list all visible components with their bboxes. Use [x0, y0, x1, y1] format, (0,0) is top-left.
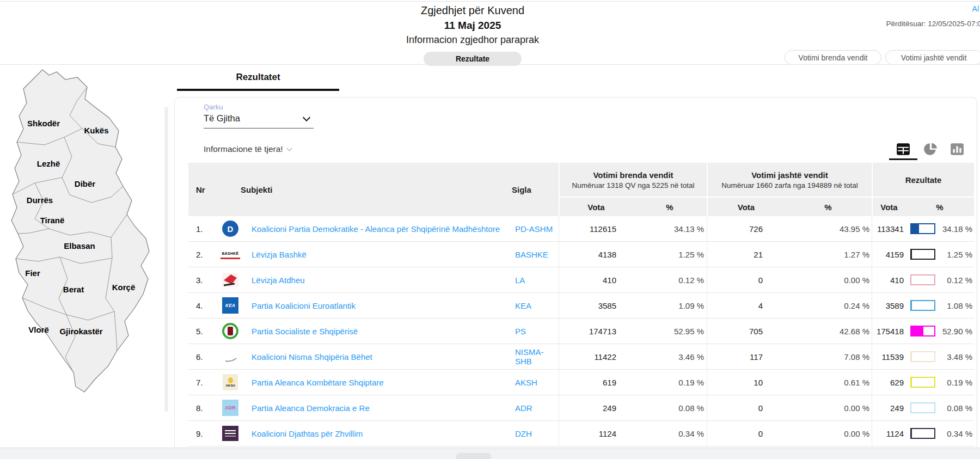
bar-chart-view-icon[interactable]	[950, 142, 964, 156]
result-bar-fill	[911, 224, 919, 233]
albania-map-outline[interactable]	[11, 70, 149, 392]
brenda-vota-value: 1124	[559, 421, 633, 446]
votimi-brenda-button[interactable]: Votimi brenda vendit	[785, 50, 881, 65]
brenda-pct-value: 34.13 %	[633, 216, 707, 242]
language-link[interactable]: Al	[972, 4, 979, 13]
jashte-pct-value: 1.27 %	[785, 242, 872, 267]
rezultate-pct-value: 0.19 %	[940, 370, 974, 395]
jashte-vota-value: 705	[707, 319, 785, 344]
party-name-cell: Lëvizja Bashkë	[246, 242, 507, 267]
party-sigla-link[interactable]: LA	[515, 276, 525, 285]
table-view-icon[interactable]	[896, 142, 910, 156]
party-sigla-cell: ADR	[507, 395, 559, 421]
jashte-pct-value: 0.61 %	[785, 370, 872, 395]
map-region-label: Tiranë	[40, 216, 65, 225]
party-sigla-link[interactable]: BASHKE	[515, 250, 548, 259]
row-number: 5.	[188, 319, 215, 344]
party-sigla-link[interactable]: KEA	[515, 301, 531, 310]
result-bar	[910, 377, 935, 388]
last-updated-text: Përditësuar: 12/05/2025-07:00	[886, 20, 980, 28]
map-region-label: Lezhë	[37, 159, 60, 168]
more-info-label: Informacione të tjera!	[204, 144, 283, 154]
rezultate-vota-value: 11539	[872, 344, 905, 370]
party-link[interactable]: Partia Koalicioni Euroatlantik	[252, 301, 356, 310]
active-view-underline	[889, 158, 917, 160]
qarku-select[interactable]: Qarku Të Gjitha	[204, 103, 314, 128]
rezultate-vota-value: 3589	[872, 293, 905, 319]
jashte-pct-value: 0.00 %	[785, 421, 872, 446]
party-sigla-link[interactable]: DZH	[515, 429, 532, 438]
jashte-pct-value: 0.00 %	[785, 395, 872, 421]
results-table: Nr Subjekti Sigla Votimi brenda vendit N…	[188, 163, 974, 446]
tab-rezultatet[interactable]: Rezultatet	[177, 72, 339, 83]
rezultate-vota-value: 175418	[872, 319, 905, 344]
party-sigla-link[interactable]: ADR	[515, 403, 532, 413]
party-logo	[221, 350, 240, 363]
albania-map: Shkodër Kukës Lezhë Dibër Durrës Tiranë …	[4, 66, 152, 397]
votimi-jashte-button[interactable]: Votimi jashtë vendit	[885, 50, 980, 65]
party-link[interactable]: Koalicioni Partia Demokratike - Aleanca …	[252, 224, 500, 234]
party-sigla-cell: KEA	[507, 293, 559, 319]
rezultate-vota-value: 113341	[872, 216, 905, 242]
result-bar	[910, 428, 935, 439]
party-link[interactable]: Partia Aleanca Demokracia e Re	[252, 403, 370, 413]
jashte-pct-value: 43.95 %	[785, 216, 872, 242]
party-logo-cell: AKSH	[215, 370, 246, 395]
rezultate-vota-value: 629	[872, 370, 905, 395]
jashte-vota-value: 0	[707, 395, 785, 421]
results-card: Qarku Të Gjitha Informacione të tjera!	[174, 97, 977, 449]
party-name-cell: Partia Aleanca Demokracia e Re	[246, 395, 507, 421]
rezultate-pct-value: 0.12 %	[940, 267, 974, 293]
jashte-vota-value: 726	[707, 216, 785, 242]
row-number: 1.	[188, 216, 215, 242]
party-logo	[222, 323, 238, 339]
jashte-vota-value: 21	[707, 242, 785, 267]
result-bar-cell	[905, 421, 940, 446]
party-sigla-link[interactable]: NISMA-SHB	[515, 347, 559, 366]
col-group-votimi-brenda: Votimi brenda vendit Numëruar 1318 QV ng…	[559, 163, 707, 197]
vertical-scrollbar[interactable]	[164, 107, 168, 412]
party-link[interactable]: Lëvizja Atdheu	[252, 276, 305, 285]
brenda-pct-value: 1.25 %	[633, 242, 707, 267]
party-link[interactable]: Koalicioni Djathtas për Zhvillim	[252, 429, 363, 438]
party-logo-cell: ADR	[215, 395, 246, 421]
header-title-block: Zgjedhjet për Kuvend 11 Maj 2025 Informa…	[336, 4, 609, 66]
party-sigla-link[interactable]: AKSH	[515, 378, 537, 387]
party-logo-cell	[215, 344, 246, 370]
result-bar	[910, 351, 935, 362]
rezultate-pct-value: 3.48 %	[940, 344, 974, 370]
party-link[interactable]: Partia Aleanca Kombëtare Shqiptare	[252, 378, 384, 387]
party-sigla-link[interactable]: PS	[515, 327, 526, 336]
party-sigla-link[interactable]: PD-ASHM	[515, 224, 553, 234]
pie-chart-view-icon[interactable]	[923, 142, 938, 156]
rezultate-pct-value: 1.25 %	[940, 242, 974, 267]
row-number: 4.	[188, 293, 215, 319]
party-sigla-cell: LA	[507, 267, 559, 293]
result-bar	[910, 300, 935, 311]
party-sigla-cell: BASHKE	[507, 242, 559, 267]
jashte-vota-value: 0	[707, 267, 785, 293]
result-bar-cell	[905, 267, 940, 293]
party-link[interactable]: Partia Socialiste e Shqipërisë	[252, 327, 358, 336]
party-link[interactable]: Lëvizja Bashkë	[252, 250, 307, 259]
result-bar-fill	[911, 352, 912, 361]
map-region-label: Shkodër	[27, 119, 60, 128]
row-number: 9.	[188, 421, 215, 446]
jashte-pct-value: 0.24 %	[785, 293, 872, 319]
map-region-label: Dibër	[75, 179, 96, 188]
party-link[interactable]: Koalicioni Nisma Shqipëria Bëhet	[252, 352, 372, 362]
result-bar-cell	[905, 293, 940, 319]
chevron-down-icon	[303, 113, 310, 121]
jashte-vota-value: 10	[707, 370, 785, 395]
brenda-vota-value: 174713	[559, 319, 633, 344]
row-number: 7.	[188, 370, 215, 395]
more-info-link[interactable]: Informacione të tjera!	[204, 144, 291, 154]
party-sigla-cell: DZH	[507, 421, 559, 446]
col-header-vota: Vota	[559, 197, 633, 216]
rezultate-vota-value: 249	[872, 395, 905, 421]
jashte-pct-value: 42.68 %	[785, 319, 872, 344]
top-border-line	[0, 1, 980, 2]
party-sigla-cell: NISMA-SHB	[507, 344, 559, 370]
footer-pill	[456, 453, 491, 459]
jashte-pct-value: 0.00 %	[785, 267, 872, 293]
